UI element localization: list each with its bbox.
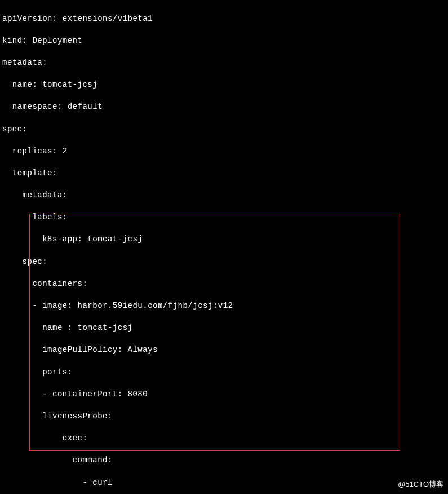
yaml-line: kind: Deployment: [2, 36, 446, 47]
yaml-line: spec:: [2, 257, 446, 268]
yaml-line: exec:: [2, 433, 446, 444]
yaml-line: containers:: [2, 279, 446, 290]
yaml-line: spec:: [2, 124, 446, 135]
yaml-line: - curl: [2, 478, 446, 489]
yaml-line: livenessProbe:: [2, 411, 446, 422]
watermark-text: @51CTO博客: [398, 479, 443, 489]
yaml-line: - image: harbor.59iedu.com/fjhb/jcsj:v12: [2, 301, 446, 312]
yaml-line: command:: [2, 455, 446, 466]
yaml-line: name: tomcat-jcsj: [2, 80, 446, 91]
yaml-line: k8s-app: tomcat-jcsj: [2, 234, 446, 245]
yaml-line: metadata:: [2, 190, 446, 201]
yaml-line: namespace: default: [2, 102, 446, 113]
yaml-line: apiVersion: extensions/v1beta1: [2, 14, 446, 25]
yaml-line: replicas: 2: [2, 146, 446, 157]
yaml-line: - containerPort: 8080: [2, 389, 446, 400]
yaml-line: labels:: [2, 212, 446, 223]
yaml-line: metadata:: [2, 58, 446, 69]
terminal-output: apiVersion: extensions/v1beta1 kind: Dep…: [2, 2, 446, 494]
yaml-line: ports:: [2, 367, 446, 378]
yaml-line: template:: [2, 168, 446, 179]
yaml-line: name : tomcat-jcsj: [2, 323, 446, 334]
yaml-line: imagePullPolicy: Always: [2, 345, 446, 356]
